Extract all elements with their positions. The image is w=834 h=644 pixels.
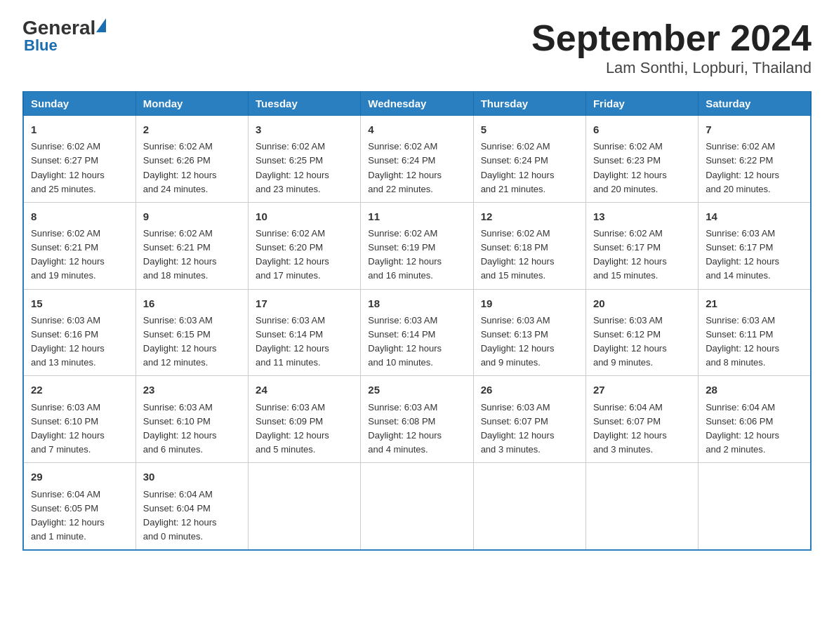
day-number: 24 [256,382,353,398]
calendar-cell: 27Sunrise: 6:04 AMSunset: 6:07 PMDayligh… [585,376,698,463]
month-title: September 2024 [531,17,812,59]
day-number: 18 [368,295,465,311]
calendar-cell: 4Sunrise: 6:02 AMSunset: 6:24 PMDaylight… [361,116,473,203]
day-number: 2 [143,121,241,137]
column-header-tuesday: Tuesday [249,92,361,116]
day-number: 3 [256,121,353,137]
calendar-table: SundayMondayTuesdayWednesdayThursdayFrid… [22,91,812,551]
calendar-cell: 1Sunrise: 6:02 AMSunset: 6:27 PMDaylight… [23,116,135,203]
day-number: 27 [593,382,691,398]
calendar-cell [361,463,473,550]
calendar-cell: 7Sunrise: 6:02 AMSunset: 6:22 PMDaylight… [699,116,811,203]
logo: General Blue [22,17,106,55]
day-number: 10 [256,208,353,224]
calendar-cell: 21Sunrise: 6:03 AMSunset: 6:11 PMDayligh… [699,289,811,376]
column-header-wednesday: Wednesday [361,92,473,116]
logo-triangle-icon [96,18,106,32]
calendar-cell: 2Sunrise: 6:02 AMSunset: 6:26 PMDaylight… [135,116,248,203]
calendar-cell: 13Sunrise: 6:02 AMSunset: 6:17 PMDayligh… [585,202,698,289]
calendar-cell: 15Sunrise: 6:03 AMSunset: 6:16 PMDayligh… [23,289,135,376]
column-header-monday: Monday [135,92,248,116]
calendar-cell: 24Sunrise: 6:03 AMSunset: 6:09 PMDayligh… [249,376,361,463]
calendar-cell: 23Sunrise: 6:03 AMSunset: 6:10 PMDayligh… [135,376,248,463]
column-header-sunday: Sunday [23,92,135,116]
calendar-cell: 5Sunrise: 6:02 AMSunset: 6:24 PMDaylight… [473,116,585,203]
calendar-cell [585,463,698,550]
calendar-cell: 30Sunrise: 6:04 AMSunset: 6:04 PMDayligh… [135,463,248,550]
calendar-cell: 10Sunrise: 6:02 AMSunset: 6:20 PMDayligh… [249,202,361,289]
calendar-cell: 16Sunrise: 6:03 AMSunset: 6:15 PMDayligh… [135,289,248,376]
calendar-cell: 8Sunrise: 6:02 AMSunset: 6:21 PMDaylight… [23,202,135,289]
column-header-saturday: Saturday [699,92,811,116]
day-number: 22 [31,382,128,398]
calendar-cell: 18Sunrise: 6:03 AMSunset: 6:14 PMDayligh… [361,289,473,376]
calendar-cell [249,463,361,550]
day-number: 13 [593,208,691,224]
calendar-cell: 25Sunrise: 6:03 AMSunset: 6:08 PMDayligh… [361,376,473,463]
day-number: 5 [481,121,578,137]
calendar-header-row: SundayMondayTuesdayWednesdayThursdayFrid… [23,92,811,116]
day-number: 9 [143,208,241,224]
day-number: 23 [143,382,241,398]
day-number: 21 [706,295,803,311]
calendar-cell: 28Sunrise: 6:04 AMSunset: 6:06 PMDayligh… [699,376,811,463]
calendar-week-row: 29Sunrise: 6:04 AMSunset: 6:05 PMDayligh… [23,463,811,550]
day-number: 1 [31,121,128,137]
calendar-cell: 14Sunrise: 6:03 AMSunset: 6:17 PMDayligh… [699,202,811,289]
day-number: 30 [143,469,241,485]
day-number: 12 [481,208,578,224]
calendar-week-row: 1Sunrise: 6:02 AMSunset: 6:27 PMDaylight… [23,116,811,203]
calendar-week-row: 15Sunrise: 6:03 AMSunset: 6:16 PMDayligh… [23,289,811,376]
title-block: September 2024 Lam Sonthi, Lopburi, Thai… [531,17,812,77]
calendar-cell: 29Sunrise: 6:04 AMSunset: 6:05 PMDayligh… [23,463,135,550]
location-subtitle: Lam Sonthi, Lopburi, Thailand [531,59,812,77]
calendar-cell: 26Sunrise: 6:03 AMSunset: 6:07 PMDayligh… [473,376,585,463]
column-header-thursday: Thursday [473,92,585,116]
day-number: 6 [593,121,691,137]
day-number: 4 [368,121,465,137]
calendar-cell: 9Sunrise: 6:02 AMSunset: 6:21 PMDaylight… [135,202,248,289]
day-number: 7 [706,121,803,137]
day-number: 15 [31,295,128,311]
calendar-cell: 3Sunrise: 6:02 AMSunset: 6:25 PMDaylight… [249,116,361,203]
day-number: 28 [706,382,803,398]
day-number: 16 [143,295,241,311]
day-number: 25 [368,382,465,398]
calendar-cell [473,463,585,550]
calendar-week-row: 22Sunrise: 6:03 AMSunset: 6:10 PMDayligh… [23,376,811,463]
calendar-cell: 11Sunrise: 6:02 AMSunset: 6:19 PMDayligh… [361,202,473,289]
calendar-cell: 19Sunrise: 6:03 AMSunset: 6:13 PMDayligh… [473,289,585,376]
day-number: 26 [481,382,578,398]
day-number: 20 [593,295,691,311]
calendar-cell: 20Sunrise: 6:03 AMSunset: 6:12 PMDayligh… [585,289,698,376]
day-number: 29 [31,469,128,485]
day-number: 19 [481,295,578,311]
calendar-cell [699,463,811,550]
calendar-week-row: 8Sunrise: 6:02 AMSunset: 6:21 PMDaylight… [23,202,811,289]
logo-blue-text: Blue [22,36,58,55]
column-header-friday: Friday [585,92,698,116]
day-number: 8 [31,208,128,224]
day-number: 11 [368,208,465,224]
calendar-cell: 22Sunrise: 6:03 AMSunset: 6:10 PMDayligh… [23,376,135,463]
page-header: General Blue September 2024 Lam Sonthi, … [22,17,812,77]
day-number: 14 [706,208,803,224]
calendar-cell: 6Sunrise: 6:02 AMSunset: 6:23 PMDaylight… [585,116,698,203]
calendar-cell: 17Sunrise: 6:03 AMSunset: 6:14 PMDayligh… [249,289,361,376]
day-number: 17 [256,295,353,311]
calendar-cell: 12Sunrise: 6:02 AMSunset: 6:18 PMDayligh… [473,202,585,289]
